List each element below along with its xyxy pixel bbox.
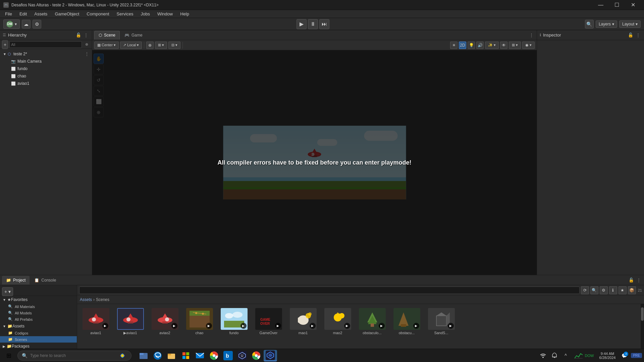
play-btn-chao[interactable]: ▶ [206, 323, 212, 329]
play-btn-mao2[interactable]: ▶ [344, 323, 350, 329]
sidebar-codigos[interactable]: 📁 Codigos [0, 330, 77, 336]
menu-jobs[interactable]: Jobs [137, 11, 153, 17]
cloud-button[interactable]: ☁ [22, 20, 31, 28]
taskbar-app-unity-hub[interactable]: U [235, 350, 249, 361]
2d-button[interactable]: 2D [459, 42, 466, 49]
wifi-icon[interactable] [538, 351, 548, 360]
sidebar-scenes[interactable]: 📁 Scenes [0, 336, 77, 343]
overlay-dropdown[interactable]: ⊞ ▾ [509, 42, 521, 49]
menu-window[interactable]: Window [154, 11, 176, 17]
close-button[interactable]: ✕ [625, 0, 641, 10]
tab-game[interactable]: 🎮 Game [120, 31, 147, 40]
play-btn-mao1[interactable]: ▶ [310, 323, 316, 329]
pause-button[interactable]: ⏸ [308, 19, 318, 29]
hierarchy-more-button[interactable]: ⋮ [83, 32, 89, 39]
play-btn-obstaculo[interactable]: ▶ [379, 323, 385, 329]
title-bar-controls[interactable]: — ☐ ✕ [593, 0, 641, 10]
system-tray-arrow[interactable]: ^ [561, 351, 571, 360]
asset-gameover[interactable]: GAME OVER ▶ GameOver [253, 307, 284, 337]
taskbar-app-unity[interactable] [264, 350, 277, 361]
tab-console[interactable]: 📋 Console [30, 276, 60, 285]
hierarchy-add-button[interactable]: + [2, 40, 8, 49]
project-settings-button[interactable]: ⚙ [600, 286, 608, 294]
project-add-button[interactable]: + ▾ [2, 287, 13, 296]
hierarchy-item-main-camera[interactable]: 📷 Main Camera [0, 58, 92, 65]
minimize-button[interactable]: — [593, 0, 608, 10]
asset-fundo[interactable]: ▶ fundo [218, 307, 250, 337]
scene-more-options[interactable]: ⋮ [528, 32, 535, 39]
menu-gameobject[interactable]: GameObject [51, 11, 83, 17]
effects-dropdown[interactable]: ✨ ▾ [485, 42, 499, 49]
asset-sands[interactable]: ▶ SandS... [425, 307, 457, 337]
start-button[interactable]: ⊞ [2, 350, 15, 361]
hidden-button[interactable]: 👁 [500, 42, 507, 49]
hierarchy-item-scene[interactable]: ▼ ⬡ teste 2* ⋮ [0, 50, 92, 58]
play-btn-aviao1[interactable]: ▶ [102, 323, 108, 329]
menu-services[interactable]: Services [113, 11, 137, 17]
bottom-lock-button[interactable]: 🔓 [628, 277, 635, 284]
sidebar-all-prefabs[interactable]: 🔍 All Prefabs [0, 316, 77, 322]
hierarchy-item-fundo[interactable]: ⬜ fundo [0, 65, 92, 72]
asset-obstacu-small[interactable]: ▶ obstacu... [391, 307, 423, 337]
layers-dropdown[interactable]: Layers ▾ [596, 20, 617, 28]
play-btn-obstacu-small[interactable]: ▶ [413, 323, 419, 329]
taskbar-app-chrome2[interactable] [250, 350, 263, 361]
taskbar-app-bing[interactable]: b [221, 350, 235, 361]
taskbar-search-input[interactable] [30, 353, 115, 358]
taskbar-app-file-explorer[interactable] [137, 350, 150, 361]
project-star-button[interactable]: ★ [619, 286, 627, 294]
tab-project[interactable]: 📁 Project [2, 276, 30, 285]
asset-mao1[interactable]: ▶ mao1 [287, 307, 319, 337]
bottom-more-button[interactable]: ⋮ [635, 277, 642, 284]
scene-more-button[interactable]: ⋮ [85, 51, 89, 57]
scene-viewport[interactable]: ✋ ✛ ↺ ⤡ ⬜ ⊕ [92, 50, 537, 275]
maximize-button[interactable]: ☐ [609, 0, 625, 10]
project-package-button[interactable]: 📦 [628, 286, 636, 294]
settings-button[interactable]: ⚙ [33, 20, 41, 28]
notifications-icon[interactable] [550, 351, 559, 360]
menu-assets[interactable]: Assets [31, 11, 51, 17]
sidebar-all-models[interactable]: 🔍 All Models [0, 310, 77, 316]
inspector-lock-button[interactable]: 🔓 [627, 32, 634, 39]
taskbar-app-explorer[interactable] [165, 350, 178, 361]
sidebar-all-materials[interactable]: 🔍 All Materials [0, 303, 77, 310]
hierarchy-item-chao[interactable]: ⬜ chao [0, 72, 92, 80]
search-button[interactable]: 🔍 [585, 20, 594, 28]
project-filter-button[interactable]: 🔍 [590, 286, 598, 294]
taskbar-search[interactable]: 🔍 [17, 351, 131, 361]
audio-button[interactable]: 🔊 [476, 42, 484, 49]
gizmos-dropdown[interactable]: ◉ ▾ [522, 42, 535, 49]
step-button[interactable]: ⏭ [319, 19, 329, 29]
asset-aviao1[interactable]: ▶ aviao1 [80, 307, 112, 337]
asset-obstaculo[interactable]: ▶ obstaculo... [356, 307, 388, 337]
clock[interactable]: 9:44 AM 6/28/2024 [597, 351, 618, 360]
play-btn-sands[interactable]: ▶ [448, 323, 454, 329]
play-btn-gameover[interactable]: ▶ [275, 323, 281, 329]
light-button[interactable]: ☀ [450, 42, 458, 49]
asset-mao2[interactable]: ▶ mao2 [322, 307, 354, 337]
center-dropdown[interactable]: ▦ Center ▾ [94, 42, 119, 49]
project-search-input[interactable] [79, 287, 580, 294]
taskbar-app-store[interactable] [179, 350, 193, 361]
menu-help[interactable]: Help [177, 11, 193, 17]
menu-component[interactable]: Component [83, 11, 112, 17]
layout-dropdown[interactable]: Layout ▾ [619, 20, 641, 28]
account-button[interactable]: DM ▾ [3, 19, 20, 29]
hierarchy-item-aviao1[interactable]: ⬜ aviao1 [0, 80, 92, 87]
asset-chao[interactable]: ▶ chao [183, 307, 215, 337]
local-dropdown[interactable]: ↗ Local ▾ [120, 42, 142, 49]
snap-dropdown[interactable]: ⊞ ▾ [155, 42, 167, 49]
project-info-button[interactable]: ℹ [609, 286, 617, 294]
scrollbar-thumb[interactable] [641, 307, 644, 321]
play-btn-fundo[interactable]: ▶ [240, 323, 247, 329]
hierarchy-lock-button[interactable]: 🔓 [75, 32, 82, 39]
taskbar-app-mail[interactable] [193, 350, 207, 361]
asset-aviao1-prefab[interactable]: ▶aviao1 [114, 307, 146, 337]
asset-aviao2[interactable]: ▶ aviao2 [149, 307, 181, 337]
lighting-button[interactable]: 💡 [468, 42, 475, 49]
taskbar-app-edge[interactable] [151, 350, 164, 361]
play-btn-aviao2[interactable]: ▶ [171, 323, 177, 329]
play-button[interactable]: ▶ [297, 19, 307, 29]
favorites-section[interactable]: ▼ ★ Favorites [0, 296, 77, 303]
hierarchy-search[interactable] [9, 41, 82, 48]
